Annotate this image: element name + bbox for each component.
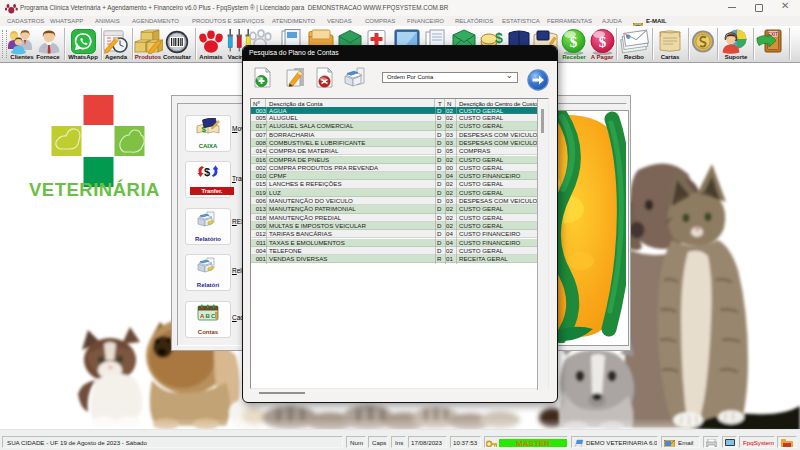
svg-text:$: $ [570,34,578,50]
svg-text:A: A [200,313,205,319]
svg-text:$: $ [599,34,607,50]
svg-text:$: $ [204,166,210,178]
svg-text:VETERINÁRIA: VETERINÁRIA [29,179,160,200]
svg-text:B: B [206,313,211,319]
svg-text:$: $ [495,30,503,46]
